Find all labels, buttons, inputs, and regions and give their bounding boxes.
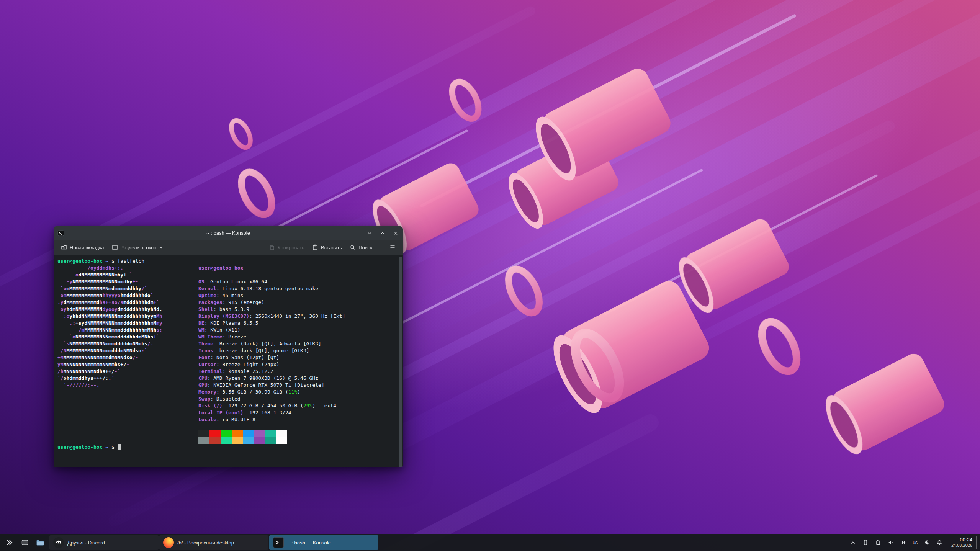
task-label: /b/ - Воскресный desktop... <box>177 540 238 546</box>
hamburger-menu-button[interactable] <box>386 242 399 253</box>
copy-label: Копировать <box>278 245 304 250</box>
app-launcher-icon[interactable] <box>3 536 16 549</box>
clock-time: 00:24 <box>960 537 972 543</box>
taskbar: Друзья - Discord /b/ - Воскресный deskto… <box>0 534 980 551</box>
network-icon[interactable] <box>900 539 907 546</box>
task-firefox[interactable]: /b/ - Воскресный desktop... <box>159 535 268 550</box>
konsole-app-icon <box>57 230 64 237</box>
clipboard-icon[interactable] <box>875 539 882 546</box>
konsole-toolbar: Новая вкладка Разделить окно <box>54 240 403 255</box>
hamburger-menu-icon <box>389 244 396 250</box>
firefox-icon <box>163 537 174 548</box>
digital-clock[interactable]: 00:24 24.03.2026 <box>947 537 976 548</box>
task-list-icon[interactable] <box>18 536 31 549</box>
terminal-scrollbar[interactable] <box>399 257 402 467</box>
copy-button[interactable]: Копировать <box>265 242 308 253</box>
search-label: Поиск... <box>358 245 376 250</box>
window-title: ~ : bash — Konsole <box>54 230 403 236</box>
system-tray: us <box>845 539 947 546</box>
konsole-icon <box>273 537 284 548</box>
paste-label: Вставить <box>321 245 342 250</box>
keyboard-layout-indicator[interactable]: us <box>913 540 918 545</box>
konsole-window: ~ : bash — Konsole Н <box>54 226 403 467</box>
paste-button[interactable]: Вставить <box>309 242 345 253</box>
clock-date: 24.03.2026 <box>951 543 972 548</box>
task-label: ~ : bash — Konsole <box>287 540 331 546</box>
fastfetch-ascii-logo: -/oyddmdhs+:. -odNMMMMMMMMNNmhy+-` -yNMM… <box>57 265 198 389</box>
minimize-button[interactable] <box>366 230 373 237</box>
task-manager: Друзья - Discord /b/ - Воскресный deskto… <box>49 534 379 551</box>
night-light-icon[interactable] <box>923 539 930 546</box>
terminal-command-line: user@gentoo-box ~ $ fastfetch <box>57 258 398 265</box>
scrollbar-thumb[interactable] <box>399 257 402 467</box>
search-button[interactable]: Поиск... <box>346 242 380 253</box>
chevron-down-icon <box>159 245 163 249</box>
discord-icon <box>53 537 64 548</box>
split-window-label: Разделить окно <box>121 245 157 250</box>
search-icon <box>350 244 356 250</box>
close-button[interactable] <box>392 230 399 237</box>
terminal-viewport[interactable]: user@gentoo-box ~ $ fastfetch -/oyddmdhs… <box>54 255 403 467</box>
task-discord[interactable]: Друзья - Discord <box>49 535 159 550</box>
show-desktop-button[interactable] <box>976 536 980 549</box>
maximize-button[interactable] <box>379 230 386 237</box>
paste-icon <box>312 244 318 250</box>
new-tab-icon <box>61 244 67 250</box>
tray-expand-chevron-up-icon[interactable] <box>849 539 856 546</box>
task-label: Друзья - Discord <box>67 540 105 546</box>
split-window-button[interactable]: Разделить окно <box>108 242 167 253</box>
kdeconnect-phone-icon[interactable] <box>862 539 869 546</box>
new-tab-label: Новая вкладка <box>70 245 104 250</box>
window-titlebar[interactable]: ~ : bash — Konsole <box>54 226 403 240</box>
notifications-bell-icon[interactable] <box>936 539 943 546</box>
terminal-color-palette <box>198 430 398 444</box>
split-window-icon <box>112 244 118 250</box>
terminal-prompt-line: user@gentoo-box ~ $ <box>57 444 398 451</box>
volume-icon[interactable] <box>887 539 894 546</box>
new-tab-button[interactable]: Новая вкладка <box>57 242 108 253</box>
file-manager-icon[interactable] <box>34 536 47 549</box>
copy-icon <box>269 244 275 250</box>
fastfetch-system-info: user@gentoo-box---------------OS: Gentoo… <box>198 265 398 423</box>
desktop: ~ : bash — Konsole Н <box>0 0 980 551</box>
task-konsole[interactable]: ~ : bash — Konsole <box>269 535 378 550</box>
